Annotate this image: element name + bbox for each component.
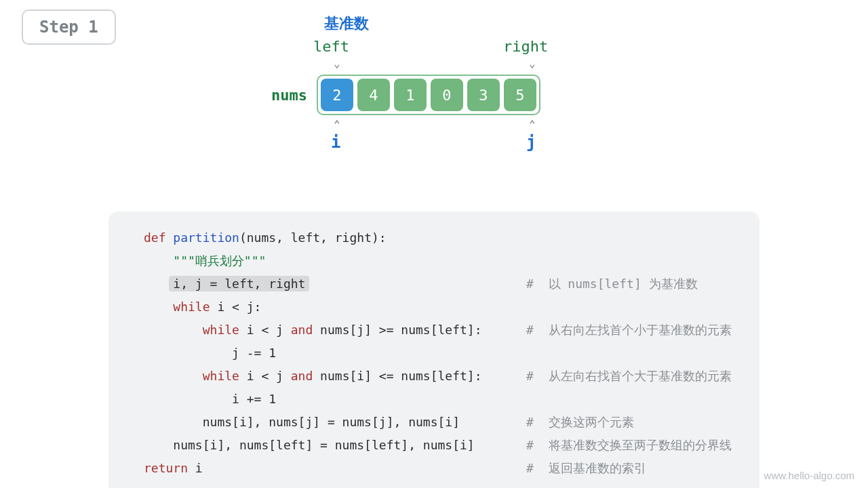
code-panel: def partition(nums, left, right): """哨兵划… [108, 211, 760, 488]
arrow-up-row: ⌃ ⌃ [271, 119, 597, 133]
step-badge: Step 1 [22, 9, 116, 45]
footer-source: www.hello-algo.com [764, 470, 854, 481]
bounds-row: left right [271, 38, 597, 57]
code-line: j -= 1 [144, 342, 735, 365]
code-line: nums[i], nums[left] = nums[left], nums[i… [144, 434, 735, 457]
code-line: """哨兵划分""" [144, 249, 735, 272]
ij-row: i j [271, 133, 597, 153]
code-line: while i < j and nums[j] >= nums[left]:# … [144, 319, 735, 342]
chevron-up-icon: ⌃ [529, 119, 536, 130]
array-cell: 3 [467, 79, 500, 111]
array-name-label: nums [271, 87, 307, 104]
code-line: while i < j: [144, 296, 735, 319]
array-cell: 5 [504, 79, 536, 111]
chevron-down-icon: ⌄ [529, 58, 536, 69]
array-diagram: 基准数 left right ⌄ ⌄ nums 2 4 1 0 3 5 ⌃ ⌃ … [271, 14, 597, 153]
left-bound-label: left [313, 38, 349, 55]
code-line: return i# 返回基准数的索引 [144, 457, 735, 480]
array-cell: 0 [431, 79, 463, 111]
chevron-up-icon: ⌃ [334, 119, 340, 130]
i-pointer-label: i [331, 133, 340, 152]
code-line: nums[i], nums[j] = nums[j], nums[i]# 交换这… [144, 411, 735, 434]
code-line-highlighted: i, j = left, right# 以 nums[left] 为基准数 [144, 272, 735, 296]
array-cell: 1 [394, 79, 427, 111]
code-line: while i < j and nums[i] <= nums[left]:# … [144, 365, 735, 388]
array-container: 2 4 1 0 3 5 [317, 75, 540, 115]
code-line: def partition(nums, left, right): [144, 226, 735, 249]
arrow-down-row: ⌄ ⌄ [271, 58, 597, 72]
array-row: nums 2 4 1 0 3 5 [271, 75, 597, 115]
code-line: i += 1 [144, 388, 735, 411]
chevron-down-icon: ⌄ [334, 58, 340, 69]
j-pointer-label: j [526, 133, 536, 152]
right-bound-label: right [503, 38, 548, 55]
pivot-label: 基准数 [324, 14, 597, 34]
array-cell: 2 [321, 79, 353, 111]
array-cell: 4 [357, 79, 390, 111]
